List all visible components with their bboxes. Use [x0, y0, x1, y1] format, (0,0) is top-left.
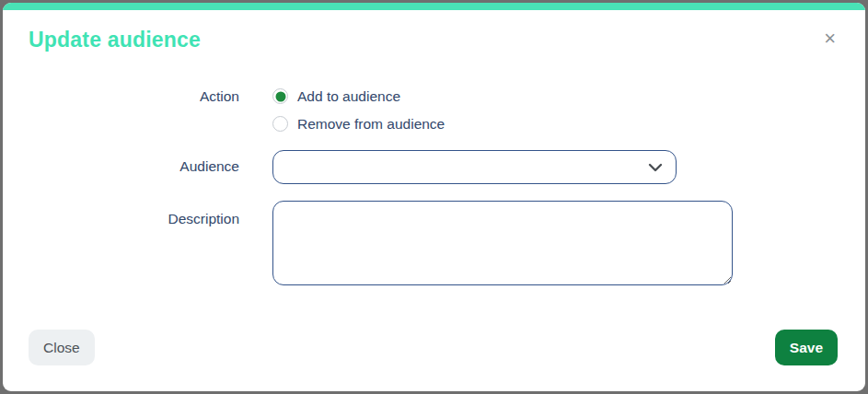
description-label: Description [3, 201, 239, 227]
screenshot-frame: Update audience × Action Add to audience… [0, 0, 868, 394]
audience-select-wrap [272, 150, 677, 184]
modal-title: Update audience [29, 28, 201, 52]
modal-accent-bar [3, 3, 865, 10]
modal-header: Update audience × [3, 10, 865, 52]
audience-select[interactable] [272, 150, 677, 184]
radio-remove-from-audience[interactable]: Remove from audience [272, 116, 445, 132]
radio-button-icon[interactable] [272, 116, 288, 132]
action-row: Action Add to audience Remove from audie… [3, 88, 865, 132]
update-audience-modal: Update audience × Action Add to audience… [3, 3, 865, 391]
modal-form: Action Add to audience Remove from audie… [3, 88, 865, 289]
radio-remove-label: Remove from audience [297, 116, 445, 132]
close-button[interactable]: Close [29, 330, 95, 365]
action-label: Action [3, 88, 239, 104]
radio-add-label: Add to audience [297, 88, 400, 104]
radio-button-icon[interactable] [272, 88, 288, 104]
description-textarea[interactable] [272, 201, 733, 285]
save-button[interactable]: Save [775, 330, 838, 365]
audience-row: Audience [3, 150, 865, 184]
audience-label: Audience [3, 150, 239, 175]
description-row: Description [3, 201, 865, 289]
radio-add-to-audience[interactable]: Add to audience [272, 88, 445, 104]
modal-footer: Close Save [3, 330, 865, 391]
close-icon[interactable]: × [818, 28, 841, 50]
action-radio-group: Add to audience Remove from audience [272, 88, 445, 132]
description-field-wrap [272, 201, 733, 289]
